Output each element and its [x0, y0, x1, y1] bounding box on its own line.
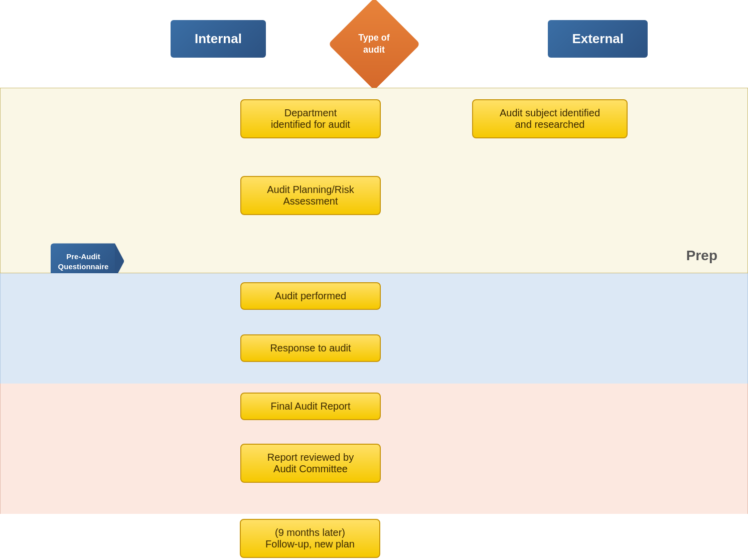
final-audit-report-box: Final Audit Report [240, 393, 381, 420]
type-of-audit-diamond: Type ofaudit [334, 8, 414, 80]
prep-label: Prep [686, 248, 717, 264]
audit-subject-box: Audit subject identifiedand researched [472, 99, 628, 138]
top-section: Internal Type ofaudit External [0, 0, 748, 88]
diagram-wrapper: External --> [0, 0, 748, 560]
internal-box: Internal [171, 20, 266, 58]
audit-performed-box: Audit performed [240, 282, 381, 310]
response-to-audit-box: Response to audit [240, 334, 381, 362]
audit-planning-box: Audit Planning/RiskAssessment [240, 176, 381, 215]
followup-box: (9 months later)Follow-up, new plan [240, 519, 380, 558]
internal-label: Internal [195, 31, 242, 46]
external-label: External [572, 31, 624, 46]
report-reviewed-box: Report reviewed byAudit Committee [240, 444, 381, 483]
phase-followup: (9 months later)Follow-up, new plan [0, 514, 748, 560]
type-of-audit-label: Type ofaudit [334, 8, 414, 80]
phase-prep: Departmentidentified for audit Audit Pla… [0, 88, 748, 273]
department-box: Departmentidentified for audit [240, 99, 381, 138]
external-box: External [548, 20, 648, 58]
